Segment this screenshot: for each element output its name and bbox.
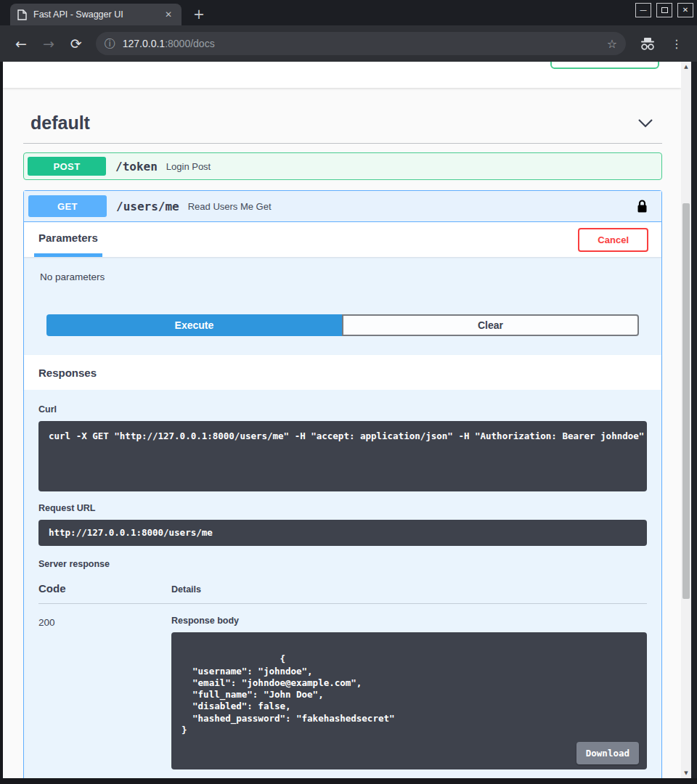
auth-lock-icon[interactable] <box>637 199 648 213</box>
response-body-block: { "username": "johndoe", "email": "johnd… <box>171 632 647 769</box>
maximize-icon <box>661 7 668 13</box>
opblock-get-users-me: GET /users/me Read Users Me Get Paramete… <box>23 190 662 778</box>
window-edge-bottom <box>0 778 697 784</box>
minimize-button[interactable]: — <box>635 3 651 17</box>
operation-tab-row: Parameters Cancel <box>24 222 661 257</box>
code-column-header: Code <box>38 582 171 595</box>
url-text: 127.0.0.1:8000/docs <box>123 38 600 49</box>
no-parameters-text: No parameters <box>24 257 661 285</box>
opblock-post-token[interactable]: POST /token Login Post <box>23 152 662 180</box>
request-url-label: Request URL <box>38 503 647 513</box>
request-url-value: http://127.0.0.1:8000/users/me <box>38 520 647 546</box>
browser-menu-icon[interactable]: ⋮ <box>665 37 688 51</box>
window-edge-right <box>691 62 697 778</box>
tab-title: Fast API - Swagger UI <box>33 9 156 20</box>
browser-window: Fast API - Swagger UI ✕ + — ✕ ← → ⟳ ⓘ 12… <box>0 0 697 784</box>
url-bar[interactable]: ⓘ 127.0.0.1:8000/docs ☆ <box>96 32 626 55</box>
execute-button[interactable]: Execute <box>46 314 342 336</box>
responses-title: Responses <box>38 367 97 379</box>
reload-icon[interactable]: ⟳ <box>64 37 89 51</box>
bookmark-star-icon[interactable]: ☆ <box>607 37 617 51</box>
browser-tab[interactable]: Fast API - Swagger UI ✕ <box>10 4 182 25</box>
endpoint-path: /token <box>115 160 158 173</box>
responses-body: Curl curl -X GET "http://127.0.0.1:8000/… <box>24 390 661 778</box>
method-badge-get: GET <box>28 195 107 217</box>
new-tab-button[interactable]: + <box>193 7 205 21</box>
close-button[interactable]: ✕ <box>677 3 693 17</box>
response-table-header: Code Details <box>38 572 647 603</box>
response-row: 200 Response body { "username": "johndoe… <box>38 604 647 778</box>
swagger-page: default POST /token Login Post GET <box>3 62 681 778</box>
curl-command: curl -X GET "http://127.0.0.1:8000/users… <box>38 421 647 491</box>
method-badge-post: POST <box>28 157 106 176</box>
section-divider <box>23 143 662 144</box>
back-icon[interactable]: ← <box>9 37 33 51</box>
endpoint-path: /users/me <box>116 200 179 213</box>
execute-row: Execute Clear <box>24 285 661 355</box>
url-path: :8000/docs <box>165 38 215 49</box>
download-button[interactable]: Download <box>576 742 639 764</box>
curl-label: Curl <box>38 404 647 415</box>
endpoint-summary: Login Post <box>166 161 211 172</box>
server-response-label: Server response <box>38 559 647 569</box>
authorize-button[interactable] <box>550 62 659 69</box>
incognito-icon <box>639 37 656 51</box>
window-controls: — ✕ <box>635 3 693 17</box>
cancel-button[interactable]: Cancel <box>578 228 648 252</box>
response-details: Response body { "username": "johndoe", "… <box>171 616 647 778</box>
response-body-label: Response body <box>171 616 647 626</box>
tab-parameters[interactable]: Parameters <box>34 222 102 257</box>
scheme-container <box>3 62 681 88</box>
endpoint-summary: Read Users Me Get <box>188 201 272 212</box>
chevron-down-icon[interactable] <box>637 118 653 128</box>
browser-toolbar: ← → ⟳ ⓘ 127.0.0.1:8000/docs ☆ ⋮ <box>0 25 697 62</box>
page-scrollbar[interactable]: ▲ ▼ <box>681 62 691 778</box>
clear-button[interactable]: Clear <box>342 314 639 336</box>
scrollbar-thumb[interactable] <box>682 203 690 599</box>
opblock-summary[interactable]: GET /users/me Read Users Me Get <box>24 191 661 222</box>
forward-icon[interactable]: → <box>36 37 61 51</box>
tag-section-default[interactable]: default <box>23 107 662 139</box>
url-host: 127.0.0.1 <box>123 38 165 49</box>
scroll-down-icon[interactable]: ▼ <box>681 770 691 776</box>
section-title: default <box>30 113 90 134</box>
parameters-section: No parameters Execute Clear <box>24 257 661 355</box>
tab-close-icon[interactable]: ✕ <box>163 9 174 20</box>
responses-header: Responses <box>24 355 661 390</box>
maximize-button[interactable] <box>656 3 672 17</box>
page-icon <box>17 9 27 20</box>
response-body-json: { "username": "johndoe", "email": "johnd… <box>182 653 395 735</box>
status-code: 200 <box>38 616 171 778</box>
browser-tab-bar: Fast API - Swagger UI ✕ + — ✕ <box>0 0 697 25</box>
site-info-icon[interactable]: ⓘ <box>105 37 115 51</box>
details-column-header: Details <box>171 584 201 595</box>
scroll-up-icon[interactable]: ▲ <box>681 64 691 70</box>
